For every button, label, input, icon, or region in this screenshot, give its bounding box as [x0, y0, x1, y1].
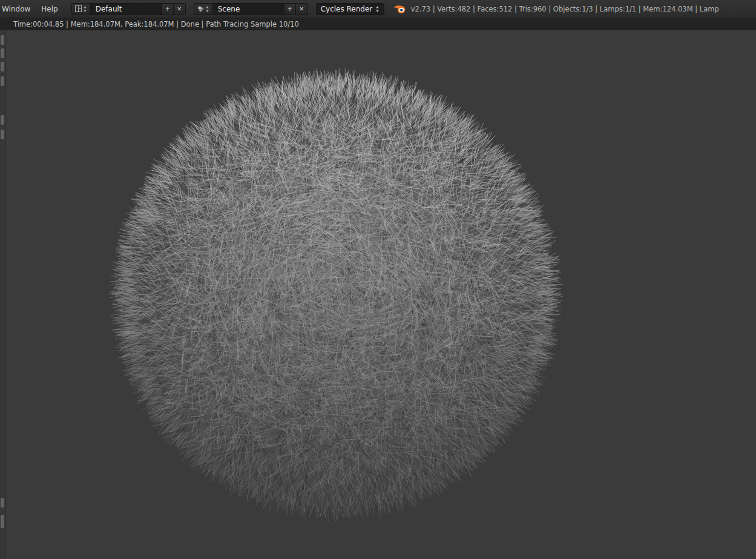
region-tab-icon[interactable]: [1, 35, 4, 45]
region-tab-icon[interactable]: [1, 130, 4, 139]
render-status-bar: Time:00:04.85 | Mem:184.07M, Peak:184.07…: [0, 18, 756, 30]
blender-window: Window Help Default: [0, 0, 756, 559]
region-tab-icon[interactable]: [1, 48, 4, 58]
render-result-image: [5, 30, 756, 559]
chevron-updown-icon: [83, 5, 87, 13]
region-tab-icon[interactable]: [1, 76, 4, 86]
screen-layout-name-field[interactable]: Default: [90, 3, 162, 15]
render-viewport[interactable]: [5, 30, 756, 559]
scene-unlink-button[interactable]: ✕: [296, 3, 308, 15]
chevron-updown-icon: [205, 5, 209, 13]
screen-layout-unlink-button[interactable]: ✕: [174, 3, 186, 15]
left-region-edge[interactable]: [0, 30, 5, 559]
region-tab-icon[interactable]: [1, 62, 4, 71]
blender-logo-icon: [393, 4, 406, 14]
scene-add-button[interactable]: +: [284, 3, 296, 15]
region-tab-icon[interactable]: [1, 515, 4, 528]
screen-layout-browse-button[interactable]: [71, 3, 90, 15]
scene-icon: [197, 5, 204, 12]
render-engine-value: Cycles Render: [321, 5, 373, 13]
region-tab-icon[interactable]: [1, 115, 4, 125]
screen-layout-icon: [75, 5, 82, 12]
menu-window[interactable]: Window: [0, 5, 36, 13]
chevron-updown-icon: [375, 5, 380, 13]
scene-selector: Scene + ✕: [194, 3, 308, 15]
screen-layout-selector: Default + ✕: [71, 3, 186, 15]
render-engine-select[interactable]: Cycles Render: [316, 3, 384, 15]
scene-browse-button[interactable]: [194, 3, 212, 15]
render-status-text: Time:00:04.85 | Mem:184.07M, Peak:184.07…: [13, 20, 299, 28]
scene-stats-text: v2.73 | Verts:482 | Faces:512 | Tris:960…: [411, 5, 719, 13]
region-tab-icon[interactable]: [1, 498, 4, 508]
screen-layout-add-button[interactable]: +: [162, 3, 174, 15]
info-header: Window Help Default: [0, 0, 756, 18]
scene-name-field[interactable]: Scene: [212, 3, 284, 15]
menu-help[interactable]: Help: [36, 5, 63, 13]
